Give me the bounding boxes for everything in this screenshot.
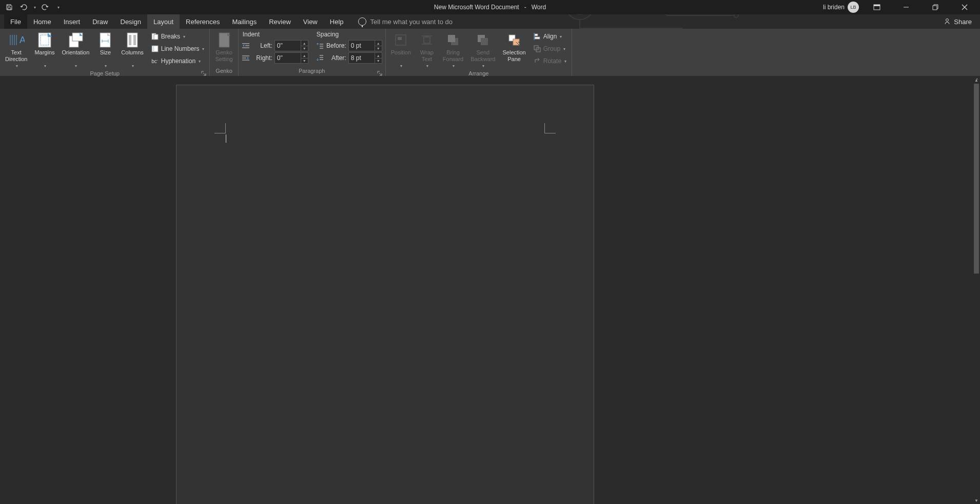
orientation-icon	[67, 32, 84, 48]
spin-down-icon[interactable]: ▼	[375, 58, 382, 63]
group-button: Group▾	[531, 43, 569, 54]
page[interactable]	[176, 85, 594, 504]
svg-rect-49	[448, 35, 455, 42]
indent-left-field[interactable]	[275, 42, 301, 49]
user-account[interactable]: li briden LB	[823, 2, 859, 13]
save-button[interactable]	[4, 2, 14, 12]
wrap-text-button: Wrap Text▾	[416, 31, 438, 70]
margins-icon	[36, 32, 53, 48]
margin-guide-tr	[544, 123, 556, 133]
svg-rect-51	[481, 38, 488, 45]
indent-right-input[interactable]: ▲▼	[275, 52, 308, 64]
ribbon-display-button[interactable]	[865, 0, 888, 14]
chevron-down-icon: ▾	[202, 47, 204, 51]
tab-references[interactable]: References	[180, 14, 226, 29]
margins-button[interactable]: Margins▾	[32, 31, 56, 70]
tell-me-placeholder: Tell me what you want to do	[370, 18, 453, 26]
spacing-before-icon	[316, 42, 324, 50]
tab-view[interactable]: View	[297, 14, 324, 29]
scroll-track[interactable]	[973, 84, 980, 497]
undo-dropdown-icon[interactable]: ▾	[34, 5, 36, 10]
indent-right-field[interactable]	[275, 54, 301, 62]
spin-down-icon[interactable]: ▼	[301, 46, 308, 51]
collapse-ribbon-button[interactable]: ⌃	[975, 77, 979, 83]
bring-forward-button: Bring Forward▾	[441, 31, 465, 70]
close-button[interactable]	[953, 0, 976, 14]
breaks-button[interactable]: Breaks▾	[149, 31, 207, 42]
orientation-button[interactable]: Orientation▾	[60, 31, 92, 70]
text-direction-icon: A	[8, 32, 25, 48]
indent-left-icon	[242, 42, 250, 50]
group-arrange: Position▾ Wrap Text▾ Bring Forward▾ Send…	[386, 29, 572, 76]
group-paragraph: Indent Left: ▲▼ Right: ▲▼	[239, 29, 386, 76]
line-numbers-button[interactable]: 12 Line Numbers▾	[149, 43, 207, 54]
spacing-before-field[interactable]	[349, 42, 375, 49]
send-backward-icon	[475, 32, 491, 48]
spin-up-icon[interactable]: ▲	[375, 53, 382, 58]
tab-design[interactable]: Design	[114, 14, 147, 29]
spin-down-icon[interactable]: ▼	[301, 58, 308, 63]
maximize-button[interactable]	[924, 0, 947, 14]
lightbulb-icon	[358, 17, 366, 26]
spin-up-icon[interactable]: ▲	[301, 53, 308, 58]
vertical-scrollbar[interactable]: ▲ ▼	[973, 76, 980, 504]
share-button[interactable]: Share	[944, 18, 972, 26]
svg-rect-23	[129, 35, 131, 45]
hyphenation-button[interactable]: bc- Hyphenation▾	[149, 55, 207, 67]
spin-up-icon[interactable]: ▲	[301, 41, 308, 46]
spacing-before-input[interactable]: ▲▼	[348, 40, 382, 51]
genko-icon	[216, 32, 232, 48]
scroll-thumb[interactable]	[974, 84, 979, 274]
tell-me-search[interactable]: Tell me what you want to do	[350, 17, 453, 26]
right-label: Right:	[252, 54, 272, 62]
spacing-after-input[interactable]: ▲▼	[348, 52, 382, 64]
paragraph-launcher[interactable]	[377, 69, 383, 75]
chevron-down-icon: ▾	[482, 63, 484, 69]
redo-button[interactable]	[40, 2, 50, 12]
margin-guide-tl	[214, 123, 226, 133]
chevron-down-icon: ▾	[44, 63, 46, 69]
tab-review[interactable]: Review	[263, 14, 297, 29]
spin-down-icon[interactable]: ▼	[375, 46, 382, 51]
indent-right-icon	[242, 54, 250, 62]
chevron-down-icon: ▾	[75, 63, 77, 69]
text-cursor	[226, 134, 226, 143]
spin-up-icon[interactable]: ▲	[375, 41, 382, 46]
user-name: li briden	[823, 4, 845, 11]
tab-mailings[interactable]: Mailings	[226, 14, 263, 29]
rotate-button: Rotate▾	[531, 55, 569, 67]
hyphenation-icon: bc-	[151, 57, 159, 65]
ribbon-tabs: File Home Insert Draw Design Layout Refe…	[0, 14, 980, 29]
page-setup-launcher[interactable]	[201, 69, 207, 75]
spacing-after-icon	[316, 54, 324, 62]
bring-forward-icon	[445, 32, 461, 48]
text-direction-button[interactable]: A Text Direction▾	[3, 31, 29, 70]
chevron-down-icon: ▾	[105, 63, 107, 69]
columns-button[interactable]: Columns▾	[119, 31, 145, 70]
tab-insert[interactable]: Insert	[57, 14, 87, 29]
undo-button[interactable]	[18, 2, 29, 12]
chevron-down-icon: ▾	[199, 59, 201, 64]
chevron-down-icon: ▾	[132, 63, 134, 69]
tab-file[interactable]: File	[4, 14, 27, 29]
chevron-down-icon: ▾	[16, 63, 18, 69]
group-label: Genko	[213, 68, 234, 76]
scroll-down-button[interactable]: ▼	[973, 497, 980, 504]
tab-draw[interactable]: Draw	[86, 14, 114, 29]
tab-layout[interactable]: Layout	[147, 14, 180, 29]
qat-customize-icon[interactable]: ▾	[57, 5, 60, 10]
chevron-down-icon: ▾	[426, 63, 428, 69]
size-button[interactable]: Size▾	[94, 31, 116, 70]
align-icon	[533, 32, 541, 41]
minimize-button[interactable]	[894, 0, 917, 14]
selection-pane-button[interactable]: Selection Pane	[500, 31, 527, 64]
tab-help[interactable]: Help	[324, 14, 350, 29]
align-button[interactable]: Align▾	[531, 31, 569, 42]
spacing-after-field[interactable]	[349, 54, 375, 62]
selection-pane-icon	[506, 32, 522, 48]
svg-rect-24	[133, 35, 136, 45]
size-icon	[97, 32, 113, 48]
document-area[interactable]	[0, 76, 973, 504]
tab-home[interactable]: Home	[27, 14, 57, 29]
indent-left-input[interactable]: ▲▼	[275, 40, 308, 51]
